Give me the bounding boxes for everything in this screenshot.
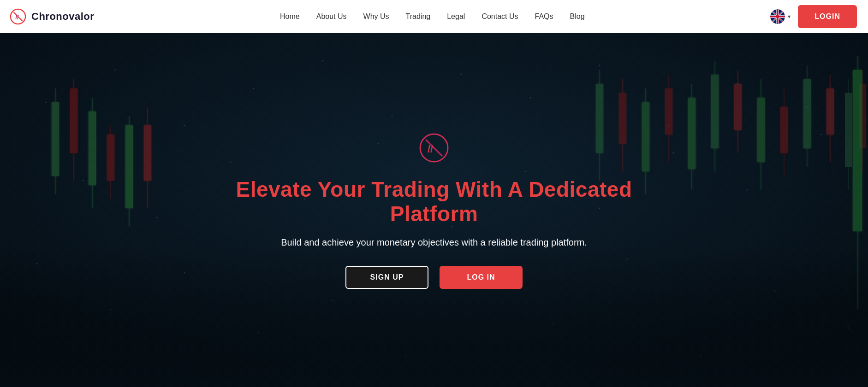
nav-blog[interactable]: Blog	[570, 12, 585, 21]
hero-login-button[interactable]: LOG IN	[440, 266, 523, 289]
svg-text://: //	[428, 143, 433, 155]
logo[interactable]: // Chronovalor	[9, 8, 94, 25]
header: // Chronovalor Home About Us Why Us Trad…	[0, 0, 868, 33]
logo-text: Chronovalor	[31, 11, 94, 23]
nav-contact[interactable]: Contact Us	[482, 12, 518, 21]
header-right: ▾ LOGIN	[770, 5, 857, 28]
lang-chevron-icon: ▾	[788, 13, 791, 20]
hero-title: Elevate Your Trading With A Dedicated Pl…	[226, 177, 642, 226]
hero-logo-icon: //	[417, 131, 451, 164]
nav-about[interactable]: About Us	[316, 12, 347, 21]
nav-home[interactable]: Home	[280, 12, 300, 21]
svg-text://: //	[15, 13, 19, 20]
hero-buttons: SIGN UP LOG IN	[345, 266, 523, 289]
main-nav: Home About Us Why Us Trading Legal Conta…	[280, 12, 585, 21]
nav-why[interactable]: Why Us	[363, 12, 389, 21]
header-login-button[interactable]: LOGIN	[798, 5, 857, 28]
nav-legal[interactable]: Legal	[447, 12, 465, 21]
language-selector[interactable]: ▾	[770, 9, 791, 24]
hero-section: // Elevate Your Trading With A Dedicated…	[0, 33, 868, 387]
signup-button[interactable]: SIGN UP	[345, 266, 428, 289]
nav-faqs[interactable]: FAQs	[535, 12, 553, 21]
hero-subtitle: Build and achieve your monetary objectiv…	[281, 235, 587, 249]
logo-icon: //	[9, 8, 27, 25]
nav-trading[interactable]: Trading	[406, 12, 431, 21]
hero-content: // Elevate Your Trading With A Dedicated…	[226, 131, 642, 289]
flag-uk-icon	[770, 9, 785, 24]
